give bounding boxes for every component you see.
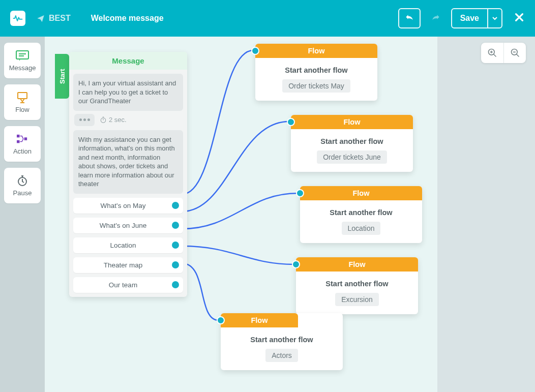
send-icon [37,14,45,22]
flow-target-chip[interactable]: Order tickets May [282,79,350,93]
flow-node-actors[interactable]: Flow Start another flow Actors [221,313,343,370]
flow-target-chip[interactable]: Excursion [335,293,378,306]
pause-icon [15,175,29,187]
output-port[interactable] [172,222,179,229]
flow-target-chip[interactable]: Location [342,222,381,235]
tool-message-label: Message [9,64,36,72]
svg-line-14 [516,54,519,57]
svg-rect-3 [18,93,27,99]
zoom-in-button[interactable] [481,43,503,63]
option-our-team[interactable]: Our team [73,277,183,293]
tool-action[interactable]: Action [4,126,41,162]
input-port[interactable] [217,316,225,324]
flow-canvas[interactable]: Start Message Hi, I am your virtual assi… [45,37,437,392]
flow-node-excursion[interactable]: Flow Start another flow Excursion [296,257,418,314]
typing-dots-icon [74,114,95,126]
typing-delay-label: 2 sec. [100,116,127,124]
output-port[interactable] [172,261,179,268]
message-bubble-1: Hi, I am your virtual assistant and I ca… [73,74,183,111]
svg-rect-6 [17,140,20,143]
option-theater-map[interactable]: Theater map [73,257,183,273]
svg-rect-7 [24,137,27,140]
flow-icon [15,92,29,104]
option-label: Our team [109,281,137,289]
undo-button[interactable] [398,8,421,28]
flow-node-subtitle: Start another flow [301,280,413,288]
svg-rect-0 [16,51,28,59]
flow-node-subtitle: Start another flow [260,66,372,74]
action-icon [15,133,29,145]
flow-node-location[interactable]: Flow Start another flow Location [300,186,422,243]
option-label: What's on May [101,202,146,209]
zoom-out-button[interactable] [503,43,526,63]
tool-pause-label: Pause [13,189,32,197]
message-icon [15,50,29,62]
redo-button[interactable] [425,8,447,28]
option-label: Theater map [104,261,143,269]
flow-node-subtitle: Start another flow [226,336,338,344]
topbar-actions: Save [398,8,525,28]
message-bubble-2: With my assistance you can get informati… [73,130,183,194]
flow-node-header: Flow [291,115,413,129]
app-logo [10,11,25,26]
flow-node-header: Flow [221,313,298,327]
bot-name-text: BEST [49,14,71,23]
flow-target-chip[interactable]: Actors [265,349,298,362]
tool-flow-label: Flow [15,106,29,113]
input-port[interactable] [296,189,304,197]
output-port[interactable] [172,281,179,288]
close-button[interactable] [514,12,525,25]
flow-node-subtitle: Start another flow [305,208,417,217]
tool-action-label: Action [13,147,32,155]
output-port[interactable] [172,242,179,249]
flow-node-header: Flow [296,257,418,272]
flow-node-order-tickets-may[interactable]: Flow Start another flow Order tickets Ma… [255,44,377,101]
input-port[interactable] [287,118,295,126]
flow-node-header: Flow [255,44,377,58]
option-location[interactable]: Location [73,237,183,253]
flow-node-header: Flow [300,186,422,200]
typing-delay-text: 2 sec. [109,116,127,124]
start-tab[interactable]: Start [55,54,69,99]
tool-pause[interactable]: Pause [4,168,41,203]
bot-name[interactable]: BEST [37,14,71,23]
option-whats-on-may[interactable]: What's on May [73,198,183,214]
tool-flow[interactable]: Flow [4,84,41,120]
svg-line-10 [494,54,496,57]
save-dropdown-button[interactable] [487,9,501,27]
tool-message[interactable]: Message [4,43,41,78]
message-node[interactable]: Message Hi, I am your virtual assistant … [69,52,187,297]
zoom-controls [481,43,526,63]
message-node-title: Message [69,52,187,70]
topbar: BEST Welcome message Save [0,0,535,37]
svg-rect-5 [17,134,20,137]
typing-delay-row: 2 sec. [73,111,183,127]
save-button[interactable]: Save [452,9,487,27]
option-whats-on-june[interactable]: What's on June [73,218,183,233]
flow-title: Welcome message [91,14,164,23]
option-label: What's on June [100,222,147,229]
flow-node-order-tickets-june[interactable]: Flow Start another flow Order tickets Ju… [291,115,413,172]
stopwatch-icon [100,116,107,124]
message-node-body: Hi, I am your virtual assistant and I ca… [69,70,187,297]
input-port[interactable] [251,47,259,55]
flow-target-chip[interactable]: Order tickets June [317,150,387,164]
svg-point-16 [101,118,105,123]
tool-sidebar: Message Flow Action Pause [0,37,45,392]
option-label: Location [110,242,136,249]
save-group: Save [451,8,502,28]
input-port[interactable] [292,260,300,268]
output-port[interactable] [172,202,179,209]
flow-node-subtitle: Start another flow [296,137,408,145]
